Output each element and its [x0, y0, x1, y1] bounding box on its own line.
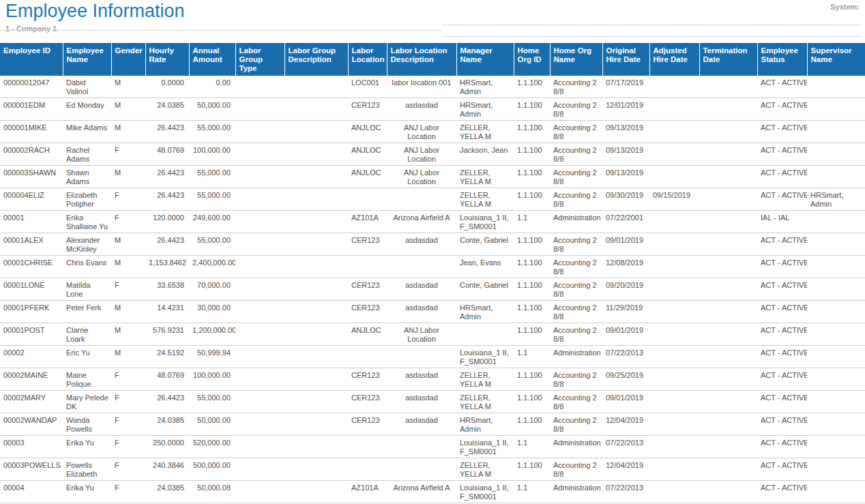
cell-supervisor_name: HRSmart, Admin: [807, 188, 865, 211]
cell-annual_amount: 500,000.00: [189, 458, 235, 481]
cell-labor_location: [348, 436, 387, 458]
cell-annual_amount: 55,000.00: [189, 391, 235, 413]
cell-employee_name: Powells Elizabeth: [63, 458, 111, 481]
cell-labor_location: CER123: [348, 391, 387, 413]
cell-adjusted_hire_date: [649, 301, 699, 323]
cell-home_org_name: Accounting 2 8/8: [550, 323, 602, 346]
cell-labor_group_type: [235, 323, 284, 346]
cell-hourly_rate: 26.4423: [145, 166, 189, 188]
cell-termination_date: [699, 256, 757, 278]
cell-gender: M: [111, 323, 145, 346]
cell-annual_amount: 55,000.00: [189, 121, 235, 143]
cell-manager_name: Louisiana_1 II, F_SM0001: [456, 436, 514, 458]
cell-adjusted_hire_date: [649, 481, 699, 503]
cell-annual_amount: 55,000.00: [189, 233, 235, 256]
cell-labor_location: ANJLOC: [348, 323, 387, 346]
cell-hourly_rate: 240.3846: [145, 458, 189, 481]
cell-employee_status: ACT - ACTIVE: [757, 233, 807, 256]
cell-original_hire_date: 09/20/2019: [602, 278, 649, 301]
cell-labor_location: [348, 188, 387, 211]
cell-labor_group_description: [284, 323, 348, 346]
cell-hourly_rate: 33.6538: [145, 278, 189, 301]
column-header-employee_id: Employee ID: [0, 43, 63, 76]
cell-annual_amount: 249,600.00: [189, 211, 235, 233]
cell-labor_location_description: [387, 458, 456, 481]
cell-termination_date: [699, 76, 757, 98]
cell-manager_name: ZELLER, YELLA M: [456, 368, 514, 391]
column-header-home_org_id: Home Org ID: [514, 43, 550, 76]
cell-employee_name: Erika Shallaine Yu: [63, 211, 111, 233]
cell-labor_location_description: Arizona Airfield A: [387, 211, 456, 233]
cell-original_hire_date: 09/01/2019: [602, 233, 649, 256]
table-row: 00001Erika Shallaine YuF120.0000249,600.…: [0, 211, 865, 233]
cell-labor_group_type: [235, 391, 284, 413]
cell-labor_group_description: [284, 368, 348, 391]
cell-labor_location_description: [387, 256, 456, 278]
cell-termination_date: [699, 143, 757, 166]
cell-home_org_name: Accounting 2 8/8: [550, 301, 602, 323]
cell-home_org_name: Accounting 2 8/8: [550, 143, 602, 166]
cell-adjusted_hire_date: [649, 323, 699, 346]
cell-supervisor_name: [807, 278, 865, 301]
cell-employee_name: Shawn Adams: [63, 166, 111, 188]
cell-home_org_id: 1.1.100: [514, 278, 550, 301]
table-row: 00001PFERKPeter FerkM14.423130,000.00CER…: [0, 301, 865, 323]
column-header-labor_location: Labor Location: [348, 43, 387, 76]
cell-employee_id: 000002RACH: [0, 143, 63, 166]
cell-manager_name: HRSmart, Admin: [456, 413, 514, 436]
cell-annual_amount: 50,000.00: [189, 98, 235, 121]
cell-employee_id: 000001EDM: [0, 98, 63, 121]
cell-manager_name: Louisiana_1 II, F_SM0001: [456, 481, 514, 503]
cell-manager_name: ZELLER, YELLA M: [456, 188, 514, 211]
cell-gender: M: [111, 233, 145, 256]
cell-manager_name: Jackson, Jean: [456, 143, 514, 166]
cell-original_hire_date: 07/22/2001: [602, 211, 649, 233]
cell-hourly_rate: 1,153.8462: [145, 256, 189, 278]
cell-employee_status: ACT - ACTIVE: [757, 391, 807, 413]
cell-labor_group_type: [235, 346, 284, 368]
cell-labor_location: [348, 458, 387, 481]
cell-supervisor_name: [807, 166, 865, 188]
cell-labor_group_type: [235, 256, 284, 278]
column-header-employee_name: Employee Name: [63, 43, 111, 76]
cell-labor_location_description: labor location 001: [387, 76, 456, 98]
table-row: 00002WANDAPWanda PowellsF24.038550,000.0…: [0, 413, 865, 436]
cell-labor_location: ANJLOC: [348, 121, 387, 143]
cell-original_hire_date: 07/22/2013: [602, 481, 649, 503]
cell-home_org_id: 1.1: [514, 481, 550, 503]
cell-adjusted_hire_date: 09/15/2019: [649, 188, 699, 211]
column-header-hourly_rate: Hourly Rate: [145, 43, 189, 76]
cell-annual_amount: 2,400,000.00: [189, 256, 235, 278]
cell-original_hire_date: 09/01/2019: [602, 391, 649, 413]
cell-termination_date: [699, 391, 757, 413]
cell-original_hire_date: 07/22/2013: [602, 436, 649, 458]
cell-annual_amount: 55,000.00: [189, 188, 235, 211]
cell-home_org_name: Administration: [550, 346, 602, 368]
cell-labor_group_description: [284, 458, 348, 481]
cell-termination_date: [699, 458, 757, 481]
cell-employee_name: Maine Polique: [63, 368, 111, 391]
cell-employee_status: ACT - ACTIVE: [757, 346, 807, 368]
cell-labor_group_type: [235, 211, 284, 233]
employee-table-header: Employee IDEmployee NameGenderHourly Rat…: [0, 43, 865, 76]
employee-table-body: 00000012047Dabid ValinolM0.00000.00LOC00…: [0, 76, 865, 504]
cell-home_org_name: Administration: [550, 211, 602, 233]
cell-employee_status: ACT - ACTIVE: [757, 413, 807, 436]
cell-supervisor_name: [807, 233, 865, 256]
cell-termination_date: [699, 346, 757, 368]
cell-original_hire_date: 09/01/2019: [602, 323, 649, 346]
cell-supervisor_name: [807, 121, 865, 143]
cell-original_hire_date: 09/13/2019: [602, 121, 649, 143]
cell-labor_location_description: asdasdad: [387, 301, 456, 323]
cell-original_hire_date: 09/25/2019: [602, 368, 649, 391]
cell-labor_group_description: [284, 301, 348, 323]
cell-home_org_name: Accounting 2 8/8: [550, 256, 602, 278]
cell-gender: F: [111, 211, 145, 233]
cell-employee_id: 00003: [0, 436, 63, 458]
table-row: 000004ELIZElizabeth PotipherF26.442355,0…: [0, 188, 865, 211]
cell-employee_status: IAL - IAL: [757, 211, 807, 233]
table-row: 00001LONEMatilda LoneF33.653870,000.00CE…: [0, 278, 865, 301]
cell-home_org_id: 1.1: [514, 436, 550, 458]
cell-supervisor_name: [807, 346, 865, 368]
cell-employee_name: Alexander McKinley: [63, 233, 111, 256]
